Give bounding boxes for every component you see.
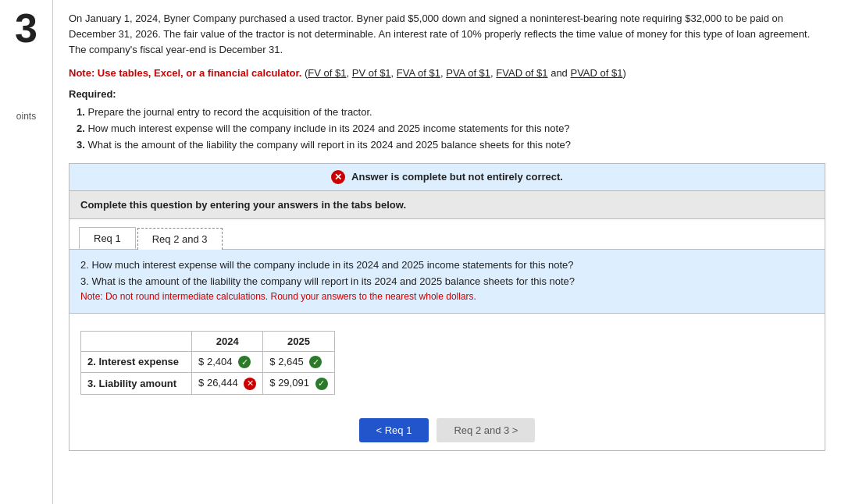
note-links: (FV of $1, PV of $1, FVA of $1, PVA of $…	[305, 67, 626, 79]
row2-2025-check-icon: ✓	[315, 378, 328, 390]
data-table: 2024 2025 2. Interest expense $ 2,404 ✓	[80, 331, 335, 395]
tab-header-line1: 2. How much interest expense will the co…	[80, 257, 814, 274]
pv-link[interactable]: PV of $1	[352, 67, 391, 79]
fv-link[interactable]: FV of $1	[308, 67, 346, 79]
row2-label: 3. Liability amount	[81, 373, 192, 395]
required-title: Required:	[69, 88, 825, 100]
row1-2024-check-icon: ✓	[238, 356, 251, 368]
row1-2025: $ 2,645 ✓	[263, 351, 334, 373]
pva-link[interactable]: PVA of $1	[446, 67, 490, 79]
tabs-row: Req 1 Req 2 and 3	[69, 219, 825, 250]
req-text-1: Prepare the journal entry to record the …	[87, 106, 372, 118]
main-content: On January 1, 2024, Byner Company purcha…	[53, 0, 841, 504]
row2-2024-x-icon: ✕	[244, 378, 256, 390]
req-num-1: 1.	[77, 106, 85, 118]
col-header-empty	[81, 331, 192, 351]
answer-status-text: Answer is complete but not entirely corr…	[351, 171, 563, 183]
points-label: oints	[16, 111, 36, 122]
row1-2024: $ 2,404 ✓	[192, 351, 263, 373]
req-text-3: What is the amount of the liability the …	[87, 139, 571, 151]
row2-2025: $ 29,091 ✓	[263, 373, 334, 395]
row2-2025-value: $ 29,091	[269, 377, 309, 389]
question-number: 3	[15, 8, 37, 48]
row1-2025-value: $ 2,645	[269, 356, 303, 367]
col-header-2024: 2024	[192, 331, 263, 351]
req-item-3: 3. What is the amount of the liability t…	[77, 137, 825, 154]
note-line: Note: Use tables, Excel, or a financial …	[69, 67, 825, 79]
tab-note-red: Note: Do not round intermediate calculat…	[80, 289, 814, 304]
complete-instruction-bar: Complete this question by entering your …	[69, 191, 825, 219]
req-num-3: 3.	[77, 139, 85, 151]
req-item-1: 1. Prepare the journal entry to record t…	[77, 105, 825, 121]
fva-link[interactable]: FVA of $1	[397, 67, 440, 79]
note-bold-label: Note: Use tables, Excel, or a financial …	[69, 67, 301, 79]
status-x-icon: ✕	[331, 170, 345, 184]
fvad-link[interactable]: FVAD of $1	[496, 67, 547, 79]
row2-2024: $ 26,444 ✕	[192, 373, 263, 395]
answer-status-bar: ✕ Answer is complete but not entirely co…	[69, 164, 825, 191]
required-section: Required: 1. Prepare the journal entry t…	[69, 88, 825, 153]
next-button-label: Req 2 and 3 >	[454, 424, 518, 436]
next-button[interactable]: Req 2 and 3 >	[437, 418, 535, 442]
row1-2025-check-icon: ✓	[309, 356, 322, 368]
tab-req23[interactable]: Req 2 and 3	[137, 228, 223, 250]
table-row: 2. Interest expense $ 2,404 ✓ $ 2,645 ✓	[81, 351, 335, 373]
nav-buttons: < Req 1 Req 2 and 3 >	[69, 418, 825, 450]
prev-button[interactable]: < Req 1	[359, 418, 429, 442]
problem-text: On January 1, 2024, Byner Company purcha…	[69, 11, 825, 58]
tab-header-line2: 3. What is the amount of the liability t…	[80, 274, 814, 290]
tab-req1[interactable]: Req 1	[79, 227, 136, 249]
col-header-2025: 2025	[263, 331, 334, 351]
row1-label: 2. Interest expense	[81, 351, 192, 373]
question-number-column: 3 oints	[0, 0, 53, 504]
prev-button-label: < Req 1	[376, 424, 412, 436]
row2-2024-value: $ 26,444	[198, 377, 238, 389]
req-num-2: 2.	[77, 122, 85, 134]
req-item-2: 2. How much interest expense will the co…	[77, 121, 825, 137]
answer-box: ✕ Answer is complete but not entirely co…	[69, 163, 825, 451]
row1-2024-value: $ 2,404	[198, 356, 232, 367]
tab-panel-header: 2. How much interest expense will the co…	[69, 250, 825, 314]
requirements-list: 1. Prepare the journal entry to record t…	[69, 105, 825, 153]
table-row: 3. Liability amount $ 26,444 ✕ $ 29,091 …	[81, 373, 335, 395]
tab-panel-content: 2024 2025 2. Interest expense $ 2,404 ✓	[69, 314, 825, 404]
pvad-link[interactable]: PVAD of $1	[570, 67, 622, 79]
req-text-2: How much interest expense will the compa…	[87, 122, 569, 134]
